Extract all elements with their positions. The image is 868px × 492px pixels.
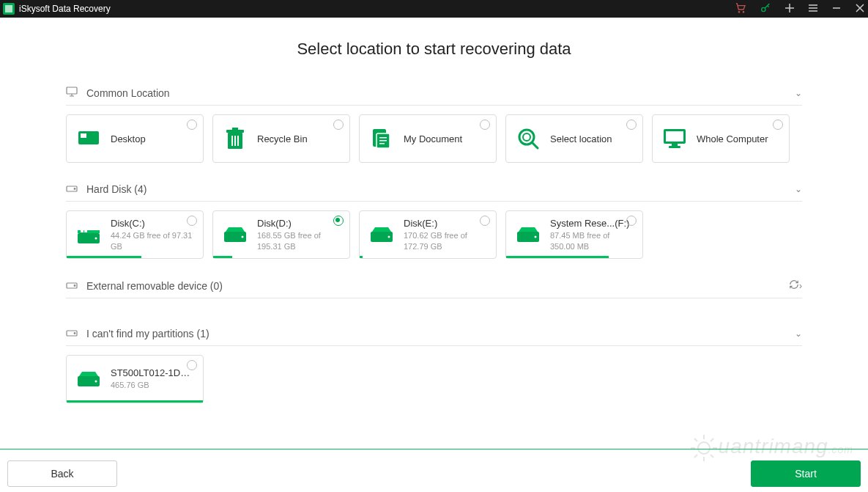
radio-indicator[interactable] [773,120,783,130]
svg-rect-10 [231,136,233,146]
svg-rect-30 [81,226,84,229]
radio-indicator[interactable] [187,216,197,226]
svg-point-35 [242,236,244,238]
svg-rect-15 [379,137,387,139]
drive-icon [66,280,79,292]
usage-bar [213,256,232,258]
close-icon[interactable] [855,3,865,15]
card-label: Disk(C:) [111,218,194,229]
svg-point-46 [698,442,710,454]
footer: Back Start [0,455,868,492]
chevron-down-icon: ⌄ [795,88,802,98]
card-sublabel: 465.76 GB [111,380,194,390]
card-label: ST500LT012-1DG1... [111,367,194,378]
disk-card[interactable]: System Rese...(F:)87.45 MB free of 350.0… [505,210,643,259]
card-label: System Rese...(F:) [550,218,634,229]
common-location-card[interactable]: My Document [359,114,497,163]
chevron-right-icon: › [799,281,802,291]
svg-rect-23 [672,144,678,146]
radio-indicator[interactable] [626,120,637,130]
section-external-device[interactable]: External removable device (0) › [66,273,802,298]
radio-indicator[interactable] [187,120,197,130]
radio-indicator[interactable] [480,216,490,226]
menu-icon[interactable] [808,3,818,15]
svg-point-19 [523,133,530,141]
svg-rect-0 [5,5,12,12]
disk-card[interactable]: Disk(D:)168.55 GB free of 195.31 GB [212,210,350,259]
svg-point-3 [762,7,765,11]
card-sublabel: 170.62 GB free of 172.79 GB [404,230,487,251]
section-lost-partitions[interactable]: I can't find my partitions (1) ⌄ [66,322,802,346]
card-label: Disk(E:) [404,218,487,229]
card-label: Disk(D:) [257,218,341,229]
svg-line-51 [694,438,697,441]
drive-icon [222,221,248,248]
svg-rect-31 [84,226,87,229]
radio-indicator[interactable] [333,120,344,130]
svg-line-53 [711,438,713,441]
svg-point-43 [74,333,75,334]
chevron-down-icon: ⌄ [795,184,802,194]
svg-rect-8 [226,130,244,133]
drive-icon [66,328,79,339]
svg-point-2 [743,12,743,12]
svg-point-29 [95,238,97,240]
section-label: I can't find my partitions (1) [86,328,795,339]
radio-indicator[interactable] [480,120,490,130]
plus-icon[interactable] [784,3,795,15]
svg-rect-9 [232,128,238,130]
cart-icon[interactable] [735,2,746,15]
desktop-icon [75,125,102,152]
back-button[interactable]: Back [7,460,117,487]
section-common-location[interactable]: Common Location ⌄ [66,81,802,106]
svg-rect-33 [84,230,87,232]
disk-card[interactable]: Disk(E:)170.62 GB free of 172.79 GB [359,210,497,259]
radio-indicator[interactable] [333,216,344,226]
svg-point-45 [95,381,97,383]
usage-bar [67,256,141,258]
svg-rect-16 [379,140,387,142]
trash-icon [222,125,248,152]
drive-icon [515,221,541,248]
lost-partition-row: ST500LT012-1DG1...465.76 GB [66,355,802,403]
windisk-icon [75,221,102,248]
section-hard-disk[interactable]: Hard Disk (4) ⌄ [66,177,802,202]
drive-icon [368,221,395,248]
svg-line-20 [533,143,538,148]
common-location-card[interactable]: Select location [505,114,643,163]
monitor-icon [66,87,79,99]
lost-partition-card[interactable]: ST500LT012-1DG1...465.76 GB [66,355,204,403]
minimize-icon[interactable] [831,3,842,15]
svg-rect-17 [379,143,385,144]
svg-rect-11 [234,136,236,146]
svg-rect-4 [67,87,77,94]
search-icon [515,125,541,152]
radio-indicator[interactable] [187,360,197,370]
usage-bar [360,256,363,258]
chevron-down-icon: ⌄ [795,328,802,339]
common-location-row: DesktopRecycle BinMy DocumentSelect loca… [66,114,802,163]
card-label: My Document [404,133,487,144]
card-sublabel: 87.45 MB free of 350.00 MB [550,230,634,251]
start-button[interactable]: Start [751,460,861,487]
document-icon [368,125,395,152]
card-sublabel: 44.24 GB free of 97.31 GB [111,230,194,251]
radio-indicator[interactable] [626,216,637,226]
main-content: Select location to start recovering data… [0,18,868,403]
hard-disk-row: Disk(C:)44.24 GB free of 97.31 GBDisk(D:… [66,210,802,259]
svg-point-26 [74,188,75,190]
disk-card[interactable]: Disk(C:)44.24 GB free of 97.31 GB [66,210,204,259]
common-location-card[interactable]: Desktop [66,114,204,163]
usage-bar [67,400,203,403]
window-title: iSkysoft Data Recovery [19,4,735,14]
titlebar: iSkysoft Data Recovery [0,0,868,18]
card-sublabel: 168.55 GB free of 195.31 GB [257,230,341,251]
monitor-icon [661,125,688,152]
section-label: Hard Disk (4) [86,183,795,195]
key-icon[interactable] [760,2,771,15]
common-location-card[interactable]: Recycle Bin [212,114,350,163]
common-location-card[interactable]: Whole Computer [652,114,790,163]
svg-rect-32 [81,230,84,232]
svg-rect-22 [666,131,683,142]
refresh-icon[interactable] [789,279,799,292]
